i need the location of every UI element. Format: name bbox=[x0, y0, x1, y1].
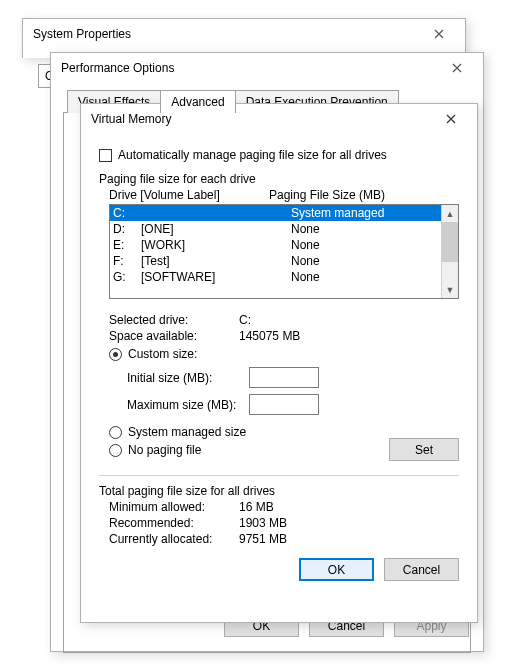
radio-custom-size[interactable]: Custom size: bbox=[109, 347, 459, 361]
min-allowed-label: Minimum allowed: bbox=[109, 500, 239, 514]
current-allocated-label: Currently allocated: bbox=[109, 532, 239, 546]
recommended-value: 1903 MB bbox=[239, 516, 287, 530]
cancel-button[interactable]: Cancel bbox=[384, 558, 459, 581]
selected-drive-label: Selected drive: bbox=[109, 313, 239, 327]
scrollbar[interactable]: ▲ ▼ bbox=[441, 205, 458, 298]
performance-options-title: Performance Options bbox=[61, 61, 437, 75]
drive-label: [Test] bbox=[141, 253, 291, 269]
divider bbox=[99, 475, 459, 476]
drive-row[interactable]: G:[SOFTWARE]None bbox=[110, 269, 441, 285]
selected-drive-value: C: bbox=[239, 313, 251, 327]
drive-letter: D: bbox=[113, 221, 141, 237]
virtual-memory-title: Virtual Memory bbox=[91, 112, 431, 126]
virtual-memory-button-row: OK Cancel bbox=[99, 558, 459, 581]
no-paging-label: No paging file bbox=[128, 443, 201, 457]
drive-row[interactable]: E:[WORK]None bbox=[110, 237, 441, 253]
drive-letter: F: bbox=[113, 253, 141, 269]
totals-header: Total paging file size for all drives bbox=[99, 484, 459, 498]
drive-size: None bbox=[291, 269, 441, 285]
radio-icon bbox=[109, 426, 122, 439]
tab-advanced[interactable]: Advanced bbox=[160, 90, 235, 113]
auto-manage-label: Automatically manage paging file size fo… bbox=[118, 148, 387, 162]
checkbox-icon bbox=[99, 149, 112, 162]
drive-list-header: Drive [Volume Label] Paging File Size (M… bbox=[109, 188, 459, 202]
drive-size: None bbox=[291, 221, 441, 237]
close-icon[interactable] bbox=[419, 21, 459, 47]
radio-icon bbox=[109, 444, 122, 457]
drive-letter: E: bbox=[113, 237, 141, 253]
performance-options-titlebar: Performance Options bbox=[51, 53, 483, 83]
section-each-drive: Paging file size for each drive bbox=[99, 172, 459, 186]
radio-icon bbox=[109, 348, 122, 361]
min-allowed-value: 16 MB bbox=[239, 500, 274, 514]
virtual-memory-titlebar: Virtual Memory bbox=[81, 104, 477, 134]
drive-label: [SOFTWARE] bbox=[141, 269, 291, 285]
drive-size: System managed bbox=[291, 205, 441, 221]
drive-label bbox=[141, 205, 291, 221]
initial-size-input[interactable] bbox=[249, 367, 319, 388]
space-available-label: Space available: bbox=[109, 329, 239, 343]
header-drive: Drive [Volume Label] bbox=[109, 188, 269, 202]
close-icon[interactable] bbox=[431, 106, 471, 132]
scroll-up-icon[interactable]: ▲ bbox=[442, 205, 458, 222]
custom-size-label: Custom size: bbox=[128, 347, 197, 361]
header-size: Paging File Size (MB) bbox=[269, 188, 385, 202]
scroll-down-icon[interactable]: ▼ bbox=[442, 281, 458, 298]
system-properties-title: System Properties bbox=[33, 27, 419, 41]
initial-size-label: Initial size (MB): bbox=[127, 371, 249, 385]
current-allocated-value: 9751 MB bbox=[239, 532, 287, 546]
scroll-thumb[interactable] bbox=[442, 222, 458, 262]
radio-no-paging[interactable]: No paging file bbox=[109, 443, 246, 457]
virtual-memory-dialog: Virtual Memory Automatically manage pagi… bbox=[80, 103, 478, 623]
close-icon[interactable] bbox=[437, 55, 477, 81]
space-available-value: 145075 MB bbox=[239, 329, 300, 343]
drive-row[interactable]: C:System managed bbox=[110, 205, 441, 221]
drive-size: None bbox=[291, 237, 441, 253]
drive-label: [ONE] bbox=[141, 221, 291, 237]
recommended-label: Recommended: bbox=[109, 516, 239, 530]
radio-system-managed[interactable]: System managed size bbox=[109, 425, 246, 439]
maximum-size-input[interactable] bbox=[249, 394, 319, 415]
maximum-size-label: Maximum size (MB): bbox=[127, 398, 249, 412]
set-button[interactable]: Set bbox=[389, 438, 459, 461]
drive-letter: C: bbox=[113, 205, 141, 221]
drive-row[interactable]: D:[ONE]None bbox=[110, 221, 441, 237]
auto-manage-checkbox[interactable]: Automatically manage paging file size fo… bbox=[99, 148, 459, 162]
drive-listbox[interactable]: C:System managedD:[ONE]NoneE:[WORK]NoneF… bbox=[109, 204, 459, 299]
ok-button[interactable]: OK bbox=[299, 558, 374, 581]
drive-size: None bbox=[291, 253, 441, 269]
drive-letter: G: bbox=[113, 269, 141, 285]
drive-row[interactable]: F:[Test]None bbox=[110, 253, 441, 269]
system-properties-titlebar: System Properties bbox=[23, 19, 465, 49]
drive-label: [WORK] bbox=[141, 237, 291, 253]
system-managed-label: System managed size bbox=[128, 425, 246, 439]
